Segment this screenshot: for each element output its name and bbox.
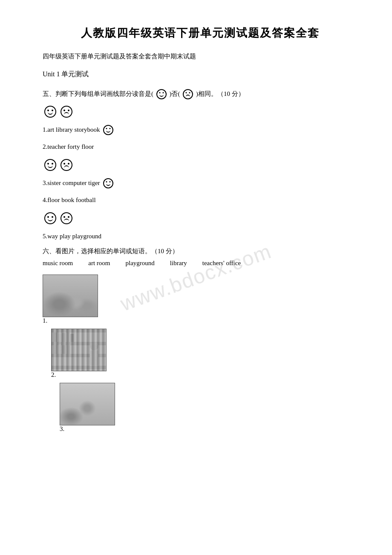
face2-icon-right (61, 159, 72, 171)
svg-rect-17 (52, 354, 107, 357)
svg-rect-27 (62, 345, 66, 354)
svg-rect-37 (60, 411, 115, 425)
sad-face-icon (183, 89, 193, 99)
faces-row-2 (43, 159, 358, 171)
img1-label: 1. (43, 317, 47, 324)
svg-point-44 (85, 407, 89, 411)
item2-block: 2.teacher forty floor (43, 141, 358, 153)
section5-title-text: 五、判断下列每组单词画线部分读音是( )否( )相同。（10 分） (43, 90, 245, 97)
svg-rect-3 (53, 283, 58, 298)
section5-header: 五、判断下列每组单词画线部分读音是( )否( )相同。（10 分） (43, 88, 358, 100)
svg-line-42 (91, 404, 92, 412)
smile-face-icon (156, 89, 167, 99)
svg-rect-2 (47, 281, 52, 298)
svg-rect-30 (90, 350, 98, 365)
item3-block: 3.sister computer tiger (43, 177, 358, 189)
faces-row-top (43, 106, 358, 118)
vocab-option-3: playground (125, 260, 154, 267)
svg-line-41 (82, 404, 84, 412)
vocab-options-row: music room art room playground library t… (43, 260, 358, 267)
unit1-label: Unit 1 单元测试 (43, 68, 358, 81)
svg-rect-18 (52, 366, 107, 369)
subtitle: 四年级英语下册单元测试题及答案全套含期中期末试题 (43, 51, 358, 62)
svg-point-10 (68, 297, 74, 303)
svg-rect-11 (68, 303, 74, 313)
svg-point-33 (62, 390, 75, 407)
item3-smile-icon (103, 178, 113, 188)
svg-rect-13 (79, 304, 84, 313)
svg-rect-32 (60, 383, 115, 407)
svg-rect-20 (58, 333, 61, 342)
item1-block: 1.art library storybook (43, 124, 358, 136)
vocab-option-2: art room (88, 260, 110, 267)
svg-rect-7 (43, 303, 98, 317)
face-icon-left (44, 106, 56, 118)
svg-rect-25 (54, 345, 58, 354)
svg-rect-28 (66, 345, 70, 354)
item2-text: 2.teacher forty floor (43, 141, 358, 153)
face3-icon-left (44, 212, 56, 224)
svg-rect-14 (52, 329, 107, 371)
item3-text: 3.sister computer tiger (43, 179, 100, 186)
svg-point-35 (99, 387, 115, 405)
svg-rect-34 (67, 405, 70, 411)
image-1 (43, 275, 98, 317)
vocab-option-5: teachers' office (202, 260, 241, 267)
image-item-2: 2. (43, 329, 358, 379)
face-icon-right (61, 106, 72, 118)
svg-rect-24 (75, 332, 77, 342)
svg-rect-15 (52, 329, 107, 332)
svg-rect-38 (79, 402, 81, 413)
svg-rect-6 (71, 280, 76, 298)
vocab-option-4: library (170, 260, 187, 267)
svg-rect-1 (43, 279, 98, 301)
image-item-1: 1. (43, 275, 358, 324)
svg-rect-39 (94, 402, 96, 413)
item4-block: 4.floor book football (43, 194, 358, 206)
svg-point-29 (90, 342, 98, 350)
svg-rect-22 (66, 332, 69, 342)
svg-rect-21 (62, 333, 66, 342)
svg-rect-43 (82, 411, 92, 413)
vocab-option-1: music room (43, 260, 73, 267)
item4-text: 4.floor book football (43, 194, 358, 206)
svg-rect-9 (58, 304, 63, 313)
face2-icon-left (44, 159, 56, 171)
svg-rect-0 (43, 275, 98, 317)
img2-label: 2. (51, 371, 56, 379)
page-title: 人教版四年级英语下册单元测试题及答案全套 (43, 26, 358, 40)
svg-rect-23 (70, 334, 74, 342)
svg-rect-16 (52, 342, 107, 345)
svg-rect-36 (106, 404, 108, 411)
svg-rect-26 (58, 344, 61, 354)
item5-block: 5.way play playground (43, 230, 358, 243)
faces-row-3 (43, 212, 358, 224)
item5-text: 5.way play playground (43, 230, 358, 243)
item1-text: 1.art library storybook (43, 126, 100, 133)
svg-rect-4 (58, 280, 64, 298)
section6-title: 六、看图片，选择相应的单词或短语。（10 分） (43, 247, 358, 255)
face3-icon-right (61, 212, 72, 224)
img3-label: 3. (60, 425, 64, 433)
svg-rect-19 (54, 332, 57, 342)
image-3 (60, 383, 115, 425)
svg-point-12 (78, 298, 84, 304)
image-item-3: 3. (43, 383, 358, 433)
svg-rect-31 (60, 383, 115, 425)
svg-rect-5 (65, 282, 70, 298)
item1-smile-icon (103, 125, 113, 135)
image-2 (51, 329, 107, 371)
svg-rect-40 (79, 402, 96, 404)
svg-point-8 (57, 298, 63, 304)
